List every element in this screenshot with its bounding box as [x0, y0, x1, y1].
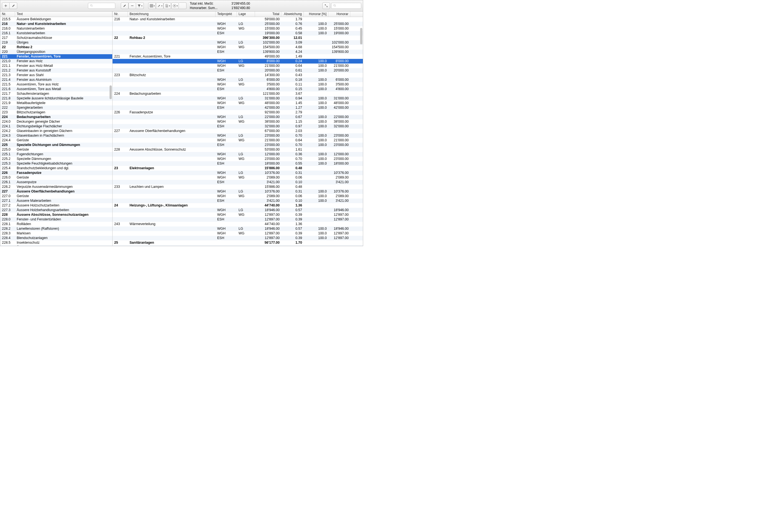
- table-row[interactable]: ESH42'000.001.27100.042'000.00: [113, 105, 363, 110]
- table-row[interactable]: 228.3Markisen: [0, 231, 112, 236]
- table-row[interactable]: ESH3'421.000.10100.03'421.00: [113, 198, 363, 203]
- table-row[interactable]: WGHLG12'000.000.36100.012'000.00: [113, 152, 363, 157]
- table-row[interactable]: 228.4Blendschutzanlagen: [0, 236, 112, 241]
- table-row[interactable]: WGHLG18'946.000.57100.018'946.00: [113, 226, 363, 231]
- table-row[interactable]: 227.1Äussere Malerarbeiten: [0, 198, 112, 203]
- table-row[interactable]: 24Heizungs-, Lüftungs-, Klimaanlagen44'7…: [113, 203, 363, 208]
- left-scrollbar[interactable]: [109, 17, 112, 246]
- table-row[interactable]: WGHWG48'000.001.45100.048'000.00: [113, 101, 363, 105]
- table-row[interactable]: 225.2Spezielle Dämmungen: [0, 157, 112, 161]
- table-row[interactable]: ESH19'000.000.58100.019'000.00: [113, 31, 363, 36]
- table-row[interactable]: 221.0Fenster aus Holz: [0, 59, 112, 64]
- table-row[interactable]: 233Leuchten und Lampen15'886.000.48: [113, 185, 363, 189]
- left-search-input[interactable]: [94, 4, 114, 8]
- table-row[interactable]: WGHLG10'376.000.31100.010'376.00: [113, 189, 363, 194]
- table-row[interactable]: 221.3Fenster aus Stahl: [0, 73, 112, 77]
- minus-button[interactable]: [128, 2, 136, 9]
- table-row[interactable]: 219Übriges: [0, 40, 112, 45]
- table-row[interactable]: WGHWG2'089.000.06100.02'089.00: [113, 194, 363, 198]
- col-text[interactable]: Text: [15, 11, 112, 17]
- table-row[interactable]: 216Natur- und Kunststeinarbeiten59'000.0…: [113, 17, 363, 22]
- right-body[interactable]: 216Natur- und Kunststeinarbeiten59'000.0…: [113, 17, 363, 246]
- table-row[interactable]: 22Rohbau 2: [0, 45, 112, 50]
- table-row[interactable]: ESH20'000.000.61100.020'000.00: [113, 68, 363, 73]
- grid-button[interactable]: ▾: [148, 2, 156, 9]
- table-row[interactable]: 216Natur- und Kunststeinarbeiten: [0, 22, 112, 26]
- table-row[interactable]: WGHWG23'000.000.70100.023'000.00: [113, 157, 363, 161]
- table-row[interactable]: 224.2Glaseinbauten in geneigten Dächern: [0, 129, 112, 133]
- table-row[interactable]: 227Äussere Oberflächenbehandlungen: [0, 189, 112, 194]
- right-scrollbar[interactable]: [359, 17, 363, 246]
- table-row[interactable]: WGHLG10'376.000.3110'376.00: [113, 170, 363, 175]
- table-row[interactable]: 222Spenglerarbeiten: [0, 105, 112, 110]
- table-row[interactable]: 221.7Schaufensteranlagen: [0, 91, 112, 96]
- table-row[interactable]: 224.3Glaseinbauten in Flachdächern: [0, 133, 112, 138]
- table-row[interactable]: 220Übergangsposition: [0, 50, 112, 54]
- table-row[interactable]: WGHWG38'000.001.15100.038'000.00: [113, 119, 363, 124]
- table-row[interactable]: 228.6Äussere bewegliche Gitterabschlüsse: [0, 245, 112, 246]
- table-row[interactable]: 225.3Spezielle Feuchtigkeitsabdichtungen: [0, 161, 112, 166]
- col-honorar[interactable]: Honorar: [328, 11, 350, 17]
- table-row[interactable]: 243Wärmeverteilung44'740.001.36: [113, 222, 363, 226]
- table-row[interactable]: ESH23'000.000.70100.023'000.00: [113, 143, 363, 147]
- col-nr[interactable]: Nr.: [113, 11, 128, 17]
- table-row[interactable]: 223Blitzschutz14'300.000.43: [113, 73, 363, 77]
- table-row[interactable]: ESH3'421.000.103'421.00: [113, 180, 363, 185]
- pencil-button[interactable]: [121, 2, 128, 9]
- table-row[interactable]: 217Schutzraumabschlüsse: [0, 36, 112, 40]
- add-button[interactable]: [2, 2, 9, 9]
- table-row[interactable]: WGHWG12'897.000.3912'897.00: [113, 213, 363, 217]
- table-row[interactable]: 224Bedachungsarbeiten121'000.003.67: [113, 91, 363, 96]
- wrench-button[interactable]: ▾: [156, 2, 163, 9]
- table-row[interactable]: 216.0Natursteinarbeiten: [0, 26, 112, 31]
- table-row[interactable]: 227Aeussere Oberflächenbehandlungen67'00…: [113, 129, 363, 133]
- table-row[interactable]: WGHWG21'000.000.64100.021'000.00: [113, 64, 363, 68]
- expand-button[interactable]: [322, 2, 330, 9]
- right-search-input[interactable]: [337, 4, 356, 8]
- table-row[interactable]: WGHLG31'000.000.94100.031'000.00: [113, 96, 363, 101]
- table-row[interactable]: WGHLG23'000.000.70100.023'000.00: [113, 133, 363, 138]
- table-row[interactable]: WGHLG102'000.003.09102'000.00: [113, 40, 363, 45]
- table-row[interactable]: 23Elektroanlagen15'886.000.48: [113, 166, 363, 170]
- table-row[interactable]: 228.1Rollläden: [0, 222, 112, 226]
- table-row[interactable]: 228.2Lamellenstoren (Raffstoren): [0, 226, 112, 231]
- table-row[interactable]: 215.5Äussere Bekleidungen: [0, 17, 112, 22]
- table-row[interactable]: 226.1Aussenputze: [0, 180, 112, 185]
- table-row[interactable]: 228Aeussere Abschlüsse, Sonnenschutz53'0…: [113, 147, 363, 152]
- col-honorar-pct[interactable]: Honorar [%]: [304, 11, 328, 17]
- col-teilprojekt[interactable]: Teilprojekt: [216, 11, 237, 17]
- table-row[interactable]: WGHLG8'000.000.24100.08'000.00: [113, 59, 363, 64]
- table-row[interactable]: 227.3Äussere Holzbehandlungsarbeiten: [0, 208, 112, 213]
- table-row[interactable]: WGHWG15'000.000.45100.015'000.00: [113, 26, 363, 31]
- table-row[interactable]: ESH139'800.004.24139'800.00: [113, 50, 363, 54]
- table-row[interactable]: WGHLG6'000.000.18100.06'000.00: [113, 77, 363, 82]
- table-row[interactable]: 227.0Gerüste: [0, 194, 112, 198]
- table-row[interactable]: 221.1Fenster aus Holz-Metall: [0, 64, 112, 68]
- table-row[interactable]: 226Fassadenputze92'000.002.79: [113, 110, 363, 115]
- table-row[interactable]: 228Äussere Abschlüsse, Sonnenschutzanlag…: [0, 213, 112, 217]
- table-row[interactable]: WGHLG18'946.000.5718'946.00: [113, 208, 363, 213]
- right-search[interactable]: [331, 3, 361, 9]
- table-row[interactable]: WGHWG3'500.000.11100.03'500.00: [113, 82, 363, 87]
- table-row[interactable]: 224.0Deckungen geneigte Dächer: [0, 119, 112, 124]
- table-row[interactable]: 221.8Spezielle äussere lichtdurchlässige…: [0, 96, 112, 101]
- document-button[interactable]: ▾: [163, 2, 171, 9]
- table-row[interactable]: 223Blitzschutzanlagen: [0, 110, 112, 115]
- table-row[interactable]: ESH32'000.000.97100.032'000.00: [113, 124, 363, 129]
- table-row[interactable]: 224.4Gerüste: [0, 138, 112, 143]
- table-row[interactable]: ESH12'897.000.3912'897.00: [113, 217, 363, 222]
- table-row[interactable]: 225.1Fugendichtungen: [0, 152, 112, 157]
- table-row[interactable]: 228.0Fenster- und Fenstertürläden: [0, 217, 112, 222]
- left-search[interactable]: [88, 3, 115, 9]
- table-row[interactable]: WGHLG22'000.000.67100.022'000.00: [113, 115, 363, 119]
- table-row[interactable]: 221Fenster, Aussentüren, Tore49'000.001.…: [113, 54, 363, 59]
- table-row[interactable]: 225.4Brandschutzbekleidungen und dgl.: [0, 166, 112, 170]
- table-row[interactable]: 228.5Insektenschutz: [0, 241, 112, 245]
- table-row[interactable]: ESH12'897.000.39100.012'897.00: [113, 236, 363, 241]
- table-row[interactable]: 221.9Metallbaufertigteile: [0, 101, 112, 105]
- col-total[interactable]: Total: [255, 11, 281, 17]
- table-row[interactable]: 226.2Verputzte Aussenwärmedämmungen: [0, 185, 112, 189]
- left-body[interactable]: 215.5Äussere Bekleidungen216Natur- und K…: [0, 17, 112, 246]
- table-row[interactable]: 221Fenster, Aussentüren, Tore: [0, 54, 112, 59]
- table-row[interactable]: 227.2Äussere Holzschutzarbeiten: [0, 203, 112, 208]
